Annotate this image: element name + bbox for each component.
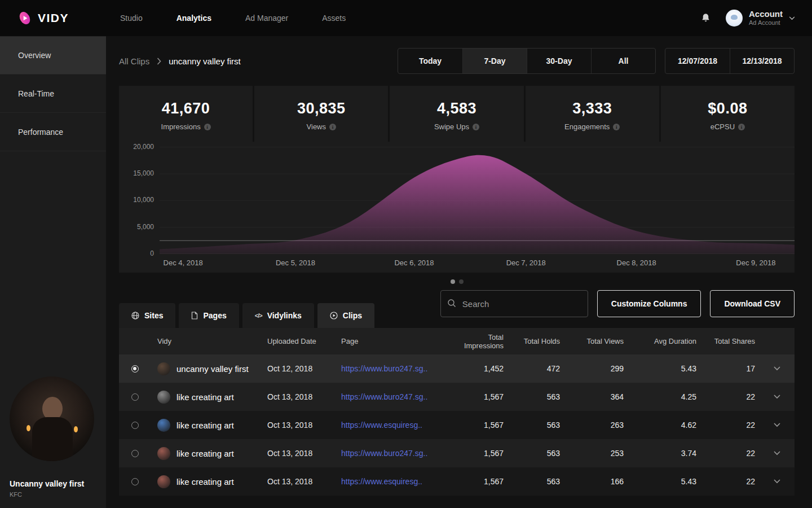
search-input[interactable] [440,290,588,317]
info-icon[interactable] [329,124,336,130]
tab-label: Sites [144,311,163,320]
stat-label: Swipe Ups [434,122,469,131]
table-row[interactable]: like creating artOct 13, 2018https://www… [119,383,795,411]
info-icon[interactable] [473,124,479,130]
stats-row: 41,670 Impressions 30,835 Views 4,583 Sw… [119,86,795,142]
chart-svg [160,142,795,254]
notifications-bell-icon[interactable] [700,12,711,24]
stat-label: Impressions [161,122,201,131]
tab-vidylinks[interactable]: Vidylinks [242,303,314,328]
logo[interactable]: VIDY [0,10,106,26]
row-total-shares: 22 [701,477,760,486]
stat-card-ecpsu: $0.08 eCPSU [661,86,795,142]
chart-plot-area: Dec 4, 2018Dec 5, 2018Dec 6, 2018Dec 7, … [160,142,795,273]
row-radio[interactable] [131,478,139,485]
table-row[interactable]: like creating artOct 13, 2018https://www… [119,439,795,467]
page-link[interactable]: https://www.esquiresg.. [341,477,422,486]
row-expand-chevron[interactable] [774,451,780,456]
header-total-views: Total Views [564,337,628,345]
info-icon[interactable] [613,124,620,130]
account-title: Account [749,9,783,19]
page-link[interactable]: https://www.buro247.sg.. [341,364,427,373]
info-icon[interactable] [738,124,745,130]
row-expand-chevron[interactable] [774,366,780,371]
tab-clips[interactable]: Clips [317,303,374,328]
table-tabs: Sites Pages Vidylinks Clips [119,303,374,328]
nav-studio[interactable]: Studio [120,14,143,23]
sidebar-item-performance[interactable]: Performance [0,113,106,151]
nav-assets[interactable]: Assets [322,14,346,23]
account-subtitle: Ad Account [749,19,783,27]
range-tab-today[interactable]: Today [398,49,462,73]
range-tab-30-day[interactable]: 30-Day [527,49,591,73]
search-icon [447,299,456,310]
row-avg-duration: 3.74 [628,449,701,458]
row-total-views: 364 [564,392,628,401]
table-row[interactable]: like creating artOct 13, 2018https://www… [119,467,795,496]
row-uploaded-date: Oct 13, 2018 [260,392,340,401]
row-radio[interactable] [131,422,139,429]
date-start-button[interactable]: 12/07/2018 [665,49,730,73]
row-avg-duration: 5.43 [628,477,701,486]
header-total-shares: Total Shares [701,337,760,345]
stat-card-views: 30,835 Views [254,86,388,142]
globe-icon [131,312,139,319]
row-total-impressions: 1,567 [448,392,508,401]
sidebar-item-real-time[interactable]: Real-Time [0,75,106,113]
stat-value: 3,333 [572,100,612,117]
row-expand-chevron[interactable] [774,479,780,484]
row-total-shares: 22 [701,392,760,401]
row-radio[interactable] [131,450,139,457]
y-axis-label: 20,000 [133,143,154,151]
row-radio[interactable] [131,365,139,373]
table-row[interactable]: like creating artOct 13, 2018https://www… [119,411,795,439]
row-page-cell: https://www.esquiresg.. [340,420,448,430]
page-icon [191,312,198,319]
tab-pages[interactable]: Pages [179,303,239,328]
page-link[interactable]: https://www.buro247.sg.. [341,392,427,401]
page-link[interactable]: https://www.buro247.sg.. [341,449,427,458]
sidebar-item-overview[interactable]: Overview [0,36,106,75]
row-page-cell: https://www.buro247.sg.. [340,448,448,458]
page-link[interactable]: https://www.esquiresg.. [341,421,422,430]
account-menu[interactable]: Account Ad Account [726,9,795,27]
row-total-holds: 563 [508,392,564,401]
nav-ad-manager[interactable]: Ad Manager [245,14,288,23]
row-expand-chevron[interactable] [774,423,780,427]
row-total-holds: 563 [508,421,564,430]
download-csv-button[interactable]: Download CSV [710,290,795,317]
breadcrumb-all-clips[interactable]: All Clips [119,56,149,66]
stat-card-swipe-ups: 4,583 Swipe Ups [390,86,523,142]
customize-columns-button[interactable]: Customize Columns [597,290,701,317]
clip-thumbnail [157,475,170,488]
carousel-dot[interactable] [459,279,464,284]
stat-label: eCPSU [710,122,735,131]
row-uploaded-date: Oct 12, 2018 [260,364,340,373]
chart-y-axis: 20,00015,00010,0005,0000 [119,142,160,273]
sidebar-footer: Uncanny valley first KFC [10,376,100,498]
info-icon[interactable] [204,124,211,130]
stat-label: Views [307,122,326,131]
range-tab-7-day[interactable]: 7-Day [462,49,527,73]
range-tab-all[interactable]: All [591,49,655,73]
navbar-right: Account Ad Account [700,9,812,27]
row-expand-chevron[interactable] [774,395,780,399]
carousel-dot[interactable] [451,279,455,284]
clip-name: like creating art [176,477,234,487]
row-page-cell: https://www.buro247.sg.. [340,392,448,402]
tab-sites[interactable]: Sites [119,303,175,328]
clip-thumbnail [157,362,170,375]
row-total-views: 299 [564,364,628,373]
date-end-button[interactable]: 12/13/2018 [730,49,794,73]
y-axis-label: 15,000 [133,169,154,177]
nav-analytics[interactable]: Analytics [176,14,211,23]
row-radio[interactable] [131,393,139,401]
row-total-impressions: 1,567 [448,477,508,486]
row-uploaded-date: Oct 13, 2018 [260,421,340,430]
row-total-shares: 22 [701,449,760,458]
table-row[interactable]: uncanny valley firstOct 12, 2018https://… [119,354,795,383]
clip-preview-image[interactable] [10,376,94,461]
clip-name: like creating art [176,449,234,458]
tab-label: Pages [203,311,226,320]
x-axis-label: Dec 8, 2018 [617,259,656,267]
